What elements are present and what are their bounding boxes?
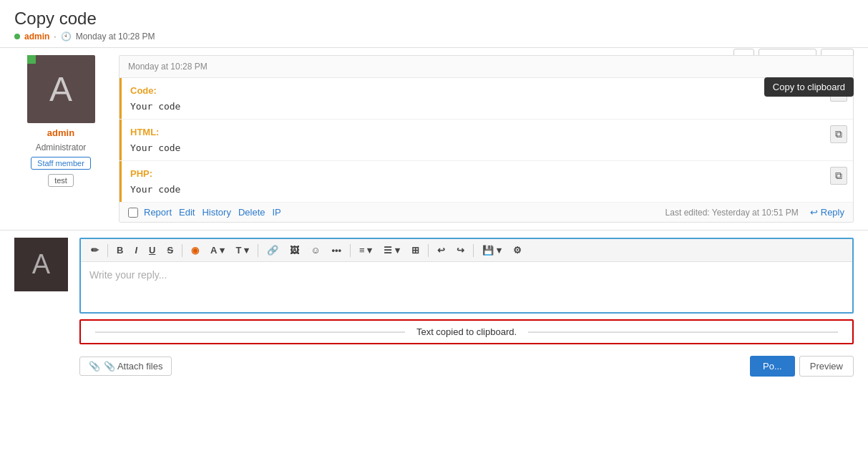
tb-settings[interactable]: ⚙ (509, 242, 526, 258)
tb-eraser[interactable]: ✏ (87, 242, 103, 258)
badge-staff[interactable]: Staff member (31, 157, 91, 170)
bottom-row: 📎 📎 Attach files Po... Preview (79, 350, 854, 377)
page-header: Copy code admin · 🕙 Monday at 10:28 PM (0, 0, 868, 48)
page-meta: admin · 🕙 Monday at 10:28 PM (14, 31, 854, 42)
last-edited: Last edited: Yesterday at 10:51 PM (665, 208, 799, 218)
tb-sep-3 (258, 244, 258, 257)
tb-sep-6 (473, 244, 474, 257)
code-label-3: PHP: (130, 168, 844, 179)
clipboard-message: Text copied to clipboard. (405, 326, 528, 337)
reply-user-section: A ✏ B I U S ◉ A ▾ T ▾ (14, 238, 854, 377)
report-link[interactable]: Report (144, 207, 172, 218)
tb-table[interactable]: ⊞ (407, 242, 424, 258)
avatar: A (27, 55, 95, 123)
copy-icon-3: ⧉ (835, 170, 842, 181)
tb-list[interactable]: ☰ ▾ (379, 242, 404, 258)
copy-code-button-2[interactable]: ⧉ (830, 125, 847, 143)
tb-undo[interactable]: ↩ (433, 242, 449, 258)
preview-button[interactable]: Preview (799, 356, 854, 377)
post-footer: Report Edit History Delete IP Last edite… (120, 202, 853, 222)
editor-body[interactable]: Write your reply... (81, 262, 852, 312)
avatar-online-corner (27, 55, 36, 64)
reply-editor[interactable]: ✏ B I U S ◉ A ▾ T ▾ 🔗 🖼 ☺ • (79, 238, 854, 314)
edit-link[interactable]: Edit (179, 207, 195, 218)
copy-code-button-3[interactable]: ⧉ (830, 167, 847, 185)
post-button[interactable]: Po... (750, 356, 795, 377)
page-title: Copy code (14, 9, 854, 29)
code-block-1: Code: Your code ⧉ (120, 78, 853, 119)
badge-test[interactable]: test (48, 174, 74, 187)
code-text-3: Your code (130, 184, 180, 195)
tb-sep-1 (107, 244, 108, 257)
online-indicator (14, 34, 20, 39)
author-link[interactable]: admin (24, 31, 49, 42)
reply-button[interactable]: ↩ Reply (810, 207, 844, 218)
tb-image[interactable]: 🖼 (286, 242, 303, 258)
clipboard-notification: Text copied to clipboard. (79, 319, 854, 344)
tb-link[interactable]: 🔗 (263, 242, 283, 258)
tb-font-color[interactable]: A ▾ (206, 242, 229, 258)
post-checkbox[interactable] (128, 208, 138, 218)
post-actions: Report Edit History Delete IP (144, 207, 281, 218)
user-name[interactable]: admin (47, 127, 74, 138)
tb-color[interactable]: ◉ (187, 242, 203, 258)
tb-redo[interactable]: ↪ (452, 242, 469, 258)
attach-icon: 📎 (89, 361, 100, 372)
tb-align[interactable]: ≡ ▾ (355, 242, 376, 258)
delete-link[interactable]: Delete (238, 207, 265, 218)
tb-sep-4 (350, 244, 351, 257)
tb-text-format[interactable]: T ▾ (232, 242, 254, 258)
code-text-1: Your code (130, 101, 180, 112)
copy-tooltip: Copy to clipboard (764, 77, 854, 97)
post-content: Monday at 10:28 PM Code: Your code ⧉ HTM… (119, 55, 854, 223)
ip-link[interactable]: IP (272, 207, 281, 218)
clock-icon: 🕙 (61, 31, 72, 42)
reply-section: A ✏ B I U S ◉ A ▾ T ▾ (0, 230, 868, 384)
code-block-3: PHP: Your code ⧉ (120, 161, 853, 202)
editor-placeholder: Write your reply... (89, 269, 167, 281)
tb-sep-5 (428, 244, 429, 257)
user-sidebar: A admin Administrator Staff member test (14, 55, 107, 223)
post-time: Monday at 10:28 PM (76, 31, 155, 42)
tb-save[interactable]: 💾 ▾ (478, 242, 506, 258)
clipboard-bar-left (95, 331, 405, 333)
tb-emoji[interactable]: ☺ (306, 242, 324, 258)
user-role: Administrator (36, 142, 87, 152)
code-text-2: Your code (130, 142, 180, 153)
code-label-1: Code: (130, 85, 844, 96)
post-timestamp: Monday at 10:28 PM (120, 56, 853, 78)
attach-files-button[interactable]: 📎 📎 Attach files (79, 357, 172, 376)
code-block-2: HTML: Your code ⧉ (120, 120, 853, 160)
editor-container: ✏ B I U S ◉ A ▾ T ▾ 🔗 🖼 ☺ • (79, 238, 854, 377)
reply-icon: ↩ (810, 207, 818, 218)
editor-toolbar: ✏ B I U S ◉ A ▾ T ▾ 🔗 🖼 ☺ • (81, 239, 852, 262)
tb-underline[interactable]: U (145, 242, 160, 258)
reply-avatar: A (14, 238, 68, 291)
tb-bold[interactable]: B (112, 242, 127, 258)
copy-icon-2: ⧉ (835, 128, 842, 140)
right-buttons: Po... Preview (750, 356, 854, 377)
tb-sep-2 (182, 244, 182, 257)
tb-more[interactable]: ••• (327, 242, 346, 258)
code-label-2: HTML: (130, 127, 844, 137)
tb-italic[interactable]: I (130, 242, 142, 258)
tb-strikethrough[interactable]: S (162, 242, 177, 258)
history-link[interactable]: History (202, 207, 230, 218)
main-content: A admin Administrator Staff member test … (0, 48, 868, 230)
clipboard-bar-right (528, 331, 838, 333)
